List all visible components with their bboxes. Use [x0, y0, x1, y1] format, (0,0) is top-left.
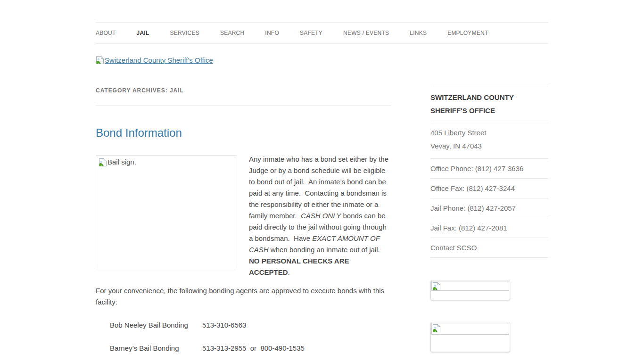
main-navigation: ABOUT JAIL SERVICES SEARCH INFO SAFETY N…: [96, 22, 548, 44]
jail-phone: Jail Phone: (812) 427-2057: [430, 198, 548, 218]
bonding-agent-row: Barney’s Bail Bonding 513-313-2955 or 80…: [96, 343, 391, 354]
sidebar-address: 405 Liberty Street Vevay, IN 47043: [430, 121, 548, 159]
nav-item-employment[interactable]: EMPLOYMENT: [447, 30, 488, 36]
agent-name: Bob Neeley Bail Bonding: [110, 320, 202, 331]
nav-item-info[interactable]: INFO: [265, 30, 279, 36]
address-line-1: 405 Liberty Street: [430, 126, 548, 140]
broken-image-placeholder: [431, 281, 509, 291]
broken-image-icon: [432, 324, 441, 333]
agent-name: Barney’s Bail Bonding: [110, 343, 202, 354]
sidebar-office-heading: SWITZERLAND COUNTY SHERIFF'S OFFICE: [430, 86, 548, 121]
broken-image-icon: [99, 158, 107, 167]
content-area: CATEGORY ARCHIVES: JAIL Bond Information…: [96, 65, 548, 362]
agent-phone: 513-313-2955 or 800-490-1535: [202, 343, 305, 354]
paragraph-segment-italic: CASH ONLY: [301, 212, 341, 220]
paragraph-segment: when bonding an inmate out of jail.: [269, 246, 384, 254]
site-logo-link[interactable]: Switzerland County Sheriff's Office: [96, 56, 213, 65]
broken-image-icon: [96, 56, 104, 65]
nav-item-links[interactable]: LINKS: [410, 30, 427, 36]
bonding-agent-row: Bob Neeley Bail Bonding 513-310-6563: [96, 320, 391, 331]
jail-fax: Jail Fax: (812) 427-2081: [430, 218, 548, 238]
paragraph-segment: .: [288, 268, 290, 276]
office-fax: Office Fax: (812) 427-3244: [430, 179, 548, 198]
agent-phone: 513-310-6563: [202, 320, 246, 331]
sidebar-image-link-2[interactable]: [430, 322, 510, 352]
header-logo-row: Switzerland County Sheriff's Office: [96, 55, 548, 65]
address-line-2: Vevay, IN 47043: [430, 140, 548, 153]
post-title-link[interactable]: Bond Information: [96, 126, 182, 139]
main-column: CATEGORY ARCHIVES: JAIL Bond Information…: [96, 65, 391, 362]
sidebar-image-link-1[interactable]: [430, 280, 510, 300]
convenience-line: For your convenience, the following bond…: [96, 278, 391, 308]
nav-item-search[interactable]: SEARCH: [220, 30, 244, 36]
nav-item-services[interactable]: SERVICES: [170, 30, 199, 36]
category-archives-label: CATEGORY ARCHIVES: JAIL: [96, 87, 391, 106]
site-container: ABOUT JAIL SERVICES SEARCH INFO SAFETY N…: [96, 22, 548, 362]
post-title: Bond Information: [96, 126, 391, 140]
bail-sign-alt-text: Bail sign.: [107, 157, 136, 167]
nav-item-safety[interactable]: SAFETY: [300, 30, 322, 36]
broken-image-placeholder: [431, 323, 509, 335]
nav-item-news-events[interactable]: NEWS / EVENTS: [343, 30, 389, 36]
contact-scso-link[interactable]: Contact SCSO: [430, 244, 477, 252]
sidebar: SWITZERLAND COUNTY SHERIFF'S OFFICE 405 …: [430, 86, 548, 352]
paragraph-segment: Any inmate who has a bond set either by …: [249, 155, 390, 220]
broken-image-icon: [432, 282, 441, 291]
bail-sign-image: Bail sign.: [96, 155, 237, 268]
office-phone: Office Phone: (812) 427-3636: [430, 159, 548, 179]
nav-item-jail[interactable]: JAIL: [137, 30, 149, 36]
nav-item-about[interactable]: ABOUT: [96, 30, 116, 36]
site-logo-alt-text: Switzerland County Sheriff's Office: [105, 56, 213, 64]
bonding-agents-list: Bob Neeley Bail Bonding 513-310-6563 Bar…: [96, 320, 391, 362]
contact-scso-item: Contact SCSO: [430, 238, 548, 258]
paragraph-segment-bold: NO PERSONAL CHECKS ARE ACCEPTED: [249, 257, 351, 276]
post-body: Bail sign. Any inmate who has a bond set…: [96, 154, 391, 362]
